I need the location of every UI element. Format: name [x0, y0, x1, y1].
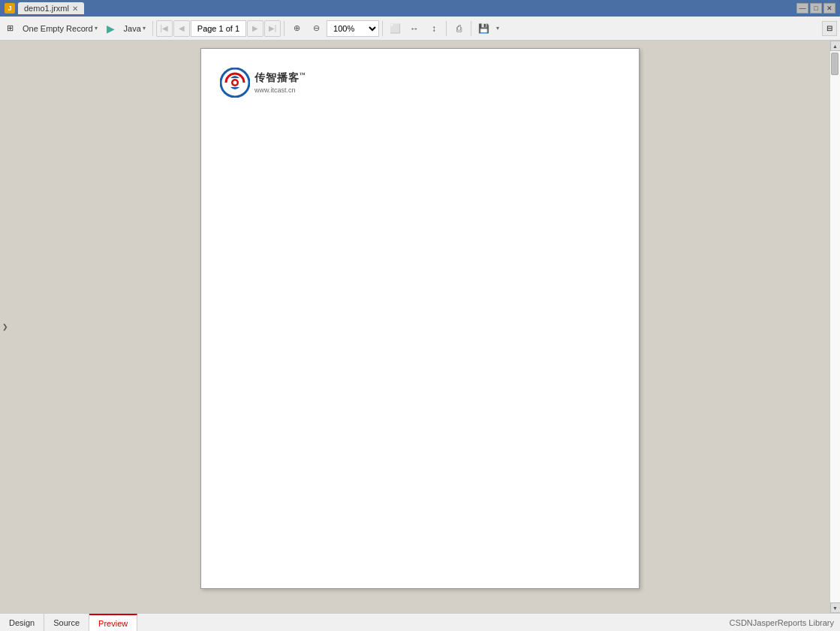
tab-close-icon[interactable]: ✕ — [72, 5, 78, 13]
main-area: ❯ — [0, 41, 840, 613]
separator-5 — [471, 21, 471, 36]
zoom-selector[interactable]: 100% 50% 75% 125% 150% 200% — [327, 20, 379, 37]
scrollbar-thumb[interactable] — [831, 53, 838, 75]
fit-height-button[interactable]: ↕ — [425, 20, 443, 37]
prev-page-button[interactable]: ◀ — [173, 20, 190, 37]
file-tab-label: demo1.jrxml — [24, 4, 69, 13]
fit-width-button[interactable]: ↔ — [405, 20, 423, 37]
datasource-icon: ⊞ — [7, 23, 14, 33]
datasource-dropdown-arrow: ▾ — [95, 25, 98, 32]
status-bar: CSDNJasperReports Library — [730, 618, 840, 627]
zoom-out-icon: ⊖ — [313, 23, 320, 33]
scrollbar-track[interactable] — [830, 51, 841, 602]
print-icon: ⎙ — [456, 23, 462, 34]
tab-preview[interactable]: Preview — [89, 614, 137, 632]
language-dropdown-arrow: ▾ — [143, 25, 146, 32]
last-page-button[interactable]: ▶| — [264, 20, 281, 37]
page-navigation: |◀ ◀ Page 1 of 1 ▶ ▶| — [156, 20, 281, 37]
minimize-button[interactable]: — — [796, 3, 808, 14]
next-page-button[interactable]: ▶ — [247, 20, 263, 37]
corner-panel-icon[interactable]: ⊟ — [822, 21, 837, 36]
panel-toggle-icon: ❯ — [2, 323, 8, 331]
run-report-button[interactable]: ▶ — [103, 20, 119, 38]
prev-page-icon: ◀ — [179, 24, 185, 32]
separator-1 — [152, 21, 153, 36]
save-dropdown-button[interactable]: ▾ — [494, 20, 501, 38]
title-bar-left: J demo1.jrxml ✕ — [5, 2, 84, 14]
fit-page-icon: ⬜ — [390, 23, 401, 34]
logo-tm: ™ — [300, 71, 306, 78]
save-icon: 💾 — [478, 23, 489, 34]
fit-width-icon: ↔ — [410, 23, 419, 34]
page-indicator: Page 1 of 1 — [191, 20, 246, 37]
report-page: 传智播客™ www.itcast.cn — [200, 48, 640, 589]
zoom-in-button[interactable]: ⊕ — [288, 20, 306, 37]
toolbar: ⊞ One Empty Record ▾ ▶ Java ▾ |◀ ◀ Page … — [0, 17, 840, 41]
first-page-icon: |◀ — [160, 24, 168, 32]
logo-area: 传智播客™ www.itcast.cn — [220, 68, 624, 98]
bottom-tabs-left: Design Source Preview — [0, 614, 137, 632]
right-scrollbar: ▲ ▼ — [829, 41, 840, 613]
app-icon: J — [5, 3, 15, 14]
window-controls: — □ ✕ — [796, 3, 835, 14]
datasource-label: One Empty Record — [23, 24, 93, 33]
canvas-area: 传智播客™ www.itcast.cn — [11, 41, 829, 613]
title-bar: J demo1.jrxml ✕ — □ ✕ — [0, 0, 840, 17]
logo-title-text: 传智播客 — [254, 72, 300, 83]
print-button[interactable]: ⎙ — [450, 20, 468, 37]
logo-subtitle: www.itcast.cn — [254, 86, 306, 94]
run-icon: ▶ — [107, 23, 115, 35]
tab-source[interactable]: Source — [44, 614, 89, 632]
zoom-in-icon: ⊕ — [294, 23, 300, 33]
separator-4 — [446, 21, 447, 36]
logo-text-area: 传智播客™ www.itcast.cn — [254, 71, 306, 94]
tab-source-label: Source — [53, 618, 80, 627]
separator-3 — [382, 21, 383, 36]
bottom-tabs: Design Source Preview CSDNJasperReports … — [0, 613, 840, 631]
tab-design[interactable]: Design — [0, 614, 44, 632]
corner-icon-symbol: ⊟ — [826, 24, 832, 32]
save-dropdown-arrow: ▾ — [496, 25, 499, 32]
scroll-up-button[interactable]: ▲ — [830, 41, 841, 51]
company-logo — [220, 68, 250, 98]
tab-design-label: Design — [9, 618, 35, 627]
maximize-button[interactable]: □ — [810, 3, 822, 14]
zoom-out-button[interactable]: ⊖ — [307, 20, 325, 37]
left-panel-toggle[interactable]: ❯ — [0, 319, 11, 334]
language-label: Java — [124, 24, 141, 33]
last-page-icon: ▶| — [269, 24, 277, 32]
next-page-icon: ▶ — [252, 24, 258, 32]
first-page-button[interactable]: |◀ — [156, 20, 173, 37]
save-button[interactable]: 💾 — [474, 20, 492, 37]
status-text: CSDNJasperReports Library — [730, 618, 834, 627]
datasource-icon-btn[interactable]: ⊞ — [3, 20, 17, 38]
scroll-down-button[interactable]: ▼ — [830, 602, 841, 613]
file-tab[interactable]: demo1.jrxml ✕ — [18, 2, 84, 14]
fit-height-icon: ↕ — [432, 23, 436, 34]
separator-2 — [284, 21, 285, 36]
svg-point-2 — [233, 81, 237, 85]
close-button[interactable]: ✕ — [823, 3, 835, 14]
language-selector[interactable]: Java ▾ — [120, 20, 149, 38]
fit-page-button[interactable]: ⬜ — [386, 20, 404, 37]
tab-preview-label: Preview — [98, 619, 128, 628]
datasource-selector[interactable]: One Empty Record ▾ — [19, 20, 101, 38]
logo-title: 传智播客™ — [254, 71, 306, 85]
